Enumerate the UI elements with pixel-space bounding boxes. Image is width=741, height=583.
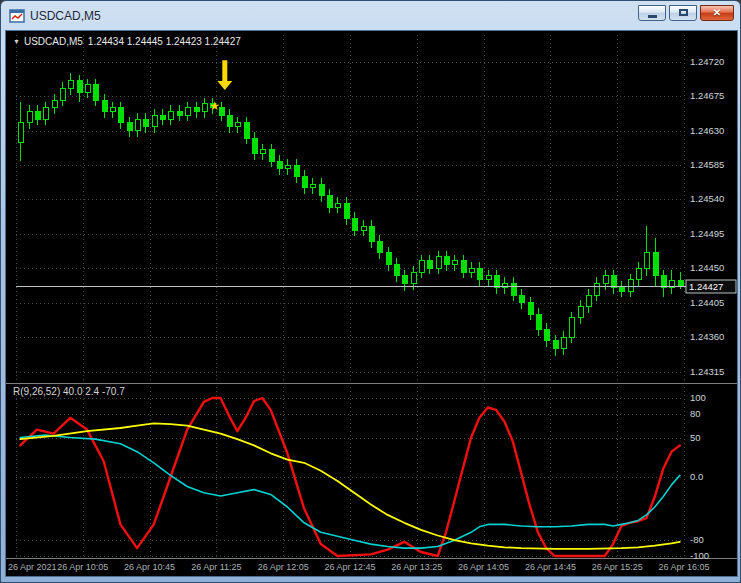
time-axis-label: 26 Apr 13:25 xyxy=(391,562,442,572)
candle xyxy=(269,144,274,168)
candle xyxy=(594,277,599,301)
window-title: USDCAD,M5 xyxy=(30,9,101,23)
candle xyxy=(319,178,324,202)
candle xyxy=(344,197,349,225)
candle xyxy=(68,73,73,94)
pane-separators xyxy=(6,384,737,559)
candle xyxy=(402,270,407,291)
candle xyxy=(294,159,299,183)
price-axis-label: 1.24540 xyxy=(690,193,724,204)
candle xyxy=(444,251,449,271)
candle xyxy=(419,255,424,279)
candle xyxy=(102,94,107,118)
price-axis-label: 1.24405 xyxy=(690,297,724,308)
candle xyxy=(43,102,48,126)
candle xyxy=(519,289,524,309)
grid-layer xyxy=(16,35,685,558)
price-axis-label: 1.24675 xyxy=(690,90,724,101)
candle xyxy=(578,300,583,324)
candle xyxy=(644,226,649,276)
indicator-axis-label: 100 xyxy=(690,392,706,403)
candle xyxy=(386,247,391,271)
candle xyxy=(168,105,173,125)
price-axis-label: 1.24495 xyxy=(690,228,724,239)
candle xyxy=(469,262,474,278)
star-annotation[interactable]: ★ xyxy=(209,99,220,113)
chart-canvas[interactable]: 1.24427★1.247201.246751.246301.245851.24… xyxy=(6,31,737,576)
time-axis-label: 26 Apr 14:05 xyxy=(458,562,509,572)
candle xyxy=(327,189,332,213)
price-axis-label: 1.24720 xyxy=(690,56,724,67)
candle xyxy=(653,238,658,288)
candle xyxy=(235,117,240,133)
chart-window-icon xyxy=(9,8,25,24)
indicator-axis-label: 80 xyxy=(690,408,701,419)
candle xyxy=(361,220,366,236)
candle xyxy=(486,270,491,286)
mt4-chart-window: USDCAD,M5 ✕ 1.24427★1.247201.246751.2463… xyxy=(0,0,741,583)
window-titlebar[interactable]: USDCAD,M5 ✕ xyxy=(1,1,740,30)
price-axis-label: 1.24360 xyxy=(690,331,724,342)
maximize-icon xyxy=(679,9,688,16)
time-axis-label: 26 Apr 2021 xyxy=(8,562,57,572)
candle xyxy=(569,312,574,343)
chart-client-area[interactable]: 1.24427★1.247201.246751.246301.245851.24… xyxy=(5,30,738,577)
time-axis-labels: 26 Apr 202126 Apr 10:0526 Apr 10:4526 Ap… xyxy=(8,562,710,572)
indicator-axis-label: 0.0 xyxy=(690,471,703,482)
candle xyxy=(177,105,182,121)
price-axis-label: 1.24315 xyxy=(690,366,724,377)
maximize-button[interactable] xyxy=(669,5,697,21)
candle xyxy=(661,270,666,298)
candle xyxy=(285,159,290,175)
candle xyxy=(143,113,148,133)
candle xyxy=(427,255,432,275)
candle xyxy=(227,109,232,133)
candle xyxy=(611,270,616,294)
right-axis-labels: 1.247201.246751.246301.245851.245401.244… xyxy=(690,56,724,561)
candle xyxy=(302,170,307,194)
time-axis-label: 26 Apr 11:25 xyxy=(191,562,241,572)
candle xyxy=(93,79,98,107)
candle xyxy=(511,277,516,301)
candle xyxy=(352,212,357,236)
collapse-triangle-icon: ▼ xyxy=(13,38,20,45)
candle xyxy=(244,117,249,145)
candle xyxy=(628,274,633,298)
candle xyxy=(369,220,374,248)
candle xyxy=(636,262,641,286)
candle xyxy=(118,102,123,130)
candle xyxy=(160,109,165,125)
time-axis-label: 26 Apr 12:45 xyxy=(324,562,375,572)
candle xyxy=(310,178,315,194)
price-axis-label: 1.24630 xyxy=(690,125,724,136)
indicator-label: R(9,26,52) 40.0 2.4 -70.7 xyxy=(13,386,125,397)
candle xyxy=(461,255,466,279)
candle xyxy=(152,109,157,133)
time-axis-label: 26 Apr 10:45 xyxy=(124,562,175,572)
candle xyxy=(377,235,382,259)
minimize-button[interactable] xyxy=(638,5,666,21)
indicator-axis-label: 50 xyxy=(690,432,701,443)
candle xyxy=(553,335,558,356)
candle xyxy=(277,155,282,175)
sell-arrow-annotation[interactable] xyxy=(217,60,232,90)
time-axis-label: 26 Apr 10:05 xyxy=(57,562,108,572)
close-button[interactable]: ✕ xyxy=(700,5,734,21)
candle xyxy=(394,258,399,282)
candle xyxy=(252,132,257,160)
price-axis-label: 1.24450 xyxy=(690,262,724,273)
minimize-icon xyxy=(648,15,657,18)
candle xyxy=(85,79,90,99)
indicator-line-yellow xyxy=(20,423,680,549)
time-axis-label: 26 Apr 14:45 xyxy=(525,562,576,572)
candle xyxy=(35,105,40,125)
candle xyxy=(544,323,549,347)
candle xyxy=(27,105,32,129)
time-axis-label: 26 Apr 15:25 xyxy=(592,562,643,572)
candle xyxy=(135,113,140,137)
candle xyxy=(502,277,507,293)
price-axis-label: 1.24585 xyxy=(690,159,724,170)
time-axis-label: 26 Apr 16:05 xyxy=(658,562,709,572)
candle xyxy=(561,331,566,355)
candle xyxy=(619,281,624,297)
